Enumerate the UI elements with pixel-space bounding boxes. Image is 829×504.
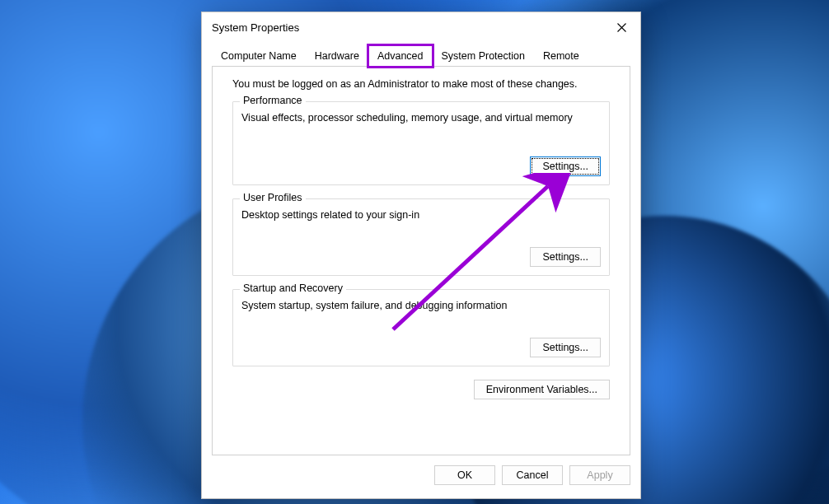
performance-title: Performance bbox=[240, 95, 306, 106]
close-icon bbox=[617, 23, 626, 32]
tab-advanced[interactable]: Advanced bbox=[368, 45, 433, 67]
user-profiles-group: User Profiles Desktop settings related t… bbox=[232, 198, 610, 276]
close-button[interactable] bbox=[602, 12, 640, 42]
user-profiles-desc: Desktop settings related to your sign-in bbox=[241, 209, 601, 221]
performance-group: Performance Visual effects, processor sc… bbox=[232, 101, 610, 185]
startup-recovery-settings-button[interactable]: Settings... bbox=[530, 338, 601, 357]
admin-note: You must be logged on as an Administrato… bbox=[232, 78, 610, 90]
performance-desc: Visual effects, processor scheduling, me… bbox=[241, 112, 601, 124]
tab-system-protection[interactable]: System Protection bbox=[433, 45, 534, 67]
tab-hardware[interactable]: Hardware bbox=[306, 45, 368, 67]
tab-strip: Computer Name Hardware Advanced System P… bbox=[202, 42, 640, 67]
titlebar: System Properties bbox=[202, 12, 640, 42]
apply-button[interactable]: Apply bbox=[569, 465, 630, 485]
system-properties-dialog: System Properties Computer Name Hardware… bbox=[201, 12, 641, 499]
tab-content-advanced: You must be logged on as an Administrato… bbox=[212, 67, 630, 455]
dialog-title: System Properties bbox=[212, 21, 299, 34]
cancel-button[interactable]: Cancel bbox=[502, 465, 563, 485]
tab-remote[interactable]: Remote bbox=[534, 45, 588, 67]
performance-settings-button[interactable]: Settings... bbox=[530, 156, 601, 176]
user-profiles-title: User Profiles bbox=[240, 192, 306, 203]
startup-recovery-title: Startup and Recovery bbox=[240, 282, 346, 294]
ok-button[interactable]: OK bbox=[434, 465, 495, 485]
startup-recovery-group: Startup and Recovery System startup, sys… bbox=[232, 289, 610, 366]
dialog-footer: OK Cancel Apply bbox=[202, 455, 640, 485]
startup-recovery-desc: System startup, system failure, and debu… bbox=[241, 300, 601, 311]
tab-computer-name[interactable]: Computer Name bbox=[212, 45, 306, 67]
user-profiles-settings-button[interactable]: Settings... bbox=[530, 247, 601, 267]
environment-variables-button[interactable]: Environment Variables... bbox=[474, 380, 610, 399]
